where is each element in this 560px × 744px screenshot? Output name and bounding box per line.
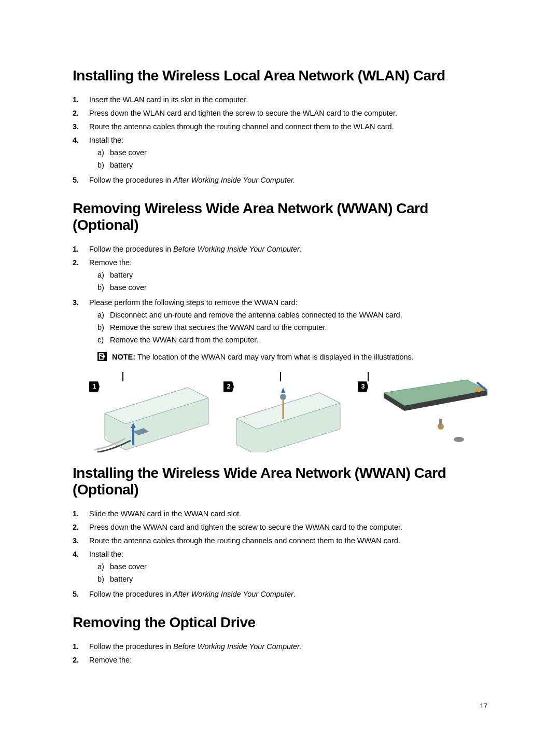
- substep-mark: a): [97, 147, 110, 158]
- step-number: 1.: [73, 508, 89, 519]
- substep-mark: b): [97, 574, 110, 585]
- step-prefix: Follow the procedures in: [89, 176, 173, 184]
- list-item: 2. Remove the:: [73, 655, 487, 666]
- step-text: Route the antenna cables through the rou…: [89, 535, 487, 546]
- svg-point-10: [280, 394, 286, 400]
- page-number: 17: [480, 702, 487, 710]
- wwan-card-illustration-3: [358, 372, 487, 452]
- steps-install-wwan: 1. Slide the WWAN card in the WWAN card …: [73, 508, 487, 600]
- step-italic: Before Working Inside Your Computer: [173, 642, 300, 651]
- figure-panel-2: 2: [223, 372, 353, 452]
- step-text: Follow the procedures in Before Working …: [89, 641, 487, 652]
- step-text: Please perform the following steps to re…: [89, 297, 487, 363]
- step-text: Install the: a)base cover b)battery: [89, 549, 487, 586]
- wwan-card-illustration-2: [223, 372, 353, 452]
- step-number: 2.: [73, 257, 89, 295]
- svg-marker-12: [281, 388, 285, 393]
- step-lead: Remove the:: [89, 258, 132, 267]
- note-label: NOTE:: [112, 353, 135, 361]
- list-item: 2. Press down the WLAN card and tighten …: [73, 108, 487, 119]
- step-number: 4.: [73, 549, 89, 586]
- list-item: a)base cover: [97, 147, 487, 158]
- substeps: a)base cover b)battery: [97, 147, 487, 171]
- substep-mark: a): [97, 561, 110, 572]
- substep-mark: b): [97, 160, 110, 171]
- list-item: 1. Slide the WWAN card in the WWAN card …: [73, 508, 487, 519]
- list-item: 4. Install the: a)base cover b)battery: [73, 135, 487, 172]
- substep-text: battery: [110, 160, 133, 171]
- steps-remove-optical: 1. Follow the procedures in Before Worki…: [73, 641, 487, 666]
- step-number: 3.: [73, 535, 89, 546]
- step-text: Install the: a)base cover b)battery: [89, 135, 487, 172]
- note-block: NOTE: The location of the WWAN card may …: [97, 352, 487, 363]
- list-item: 2. Press down the WWAN card and tighten …: [73, 522, 487, 533]
- svg-point-22: [454, 437, 464, 442]
- step-text: Remove the: a)battery b)base cover: [89, 257, 487, 295]
- note-text: NOTE: The location of the WWAN card may …: [112, 352, 414, 363]
- figure-panel-1: 1: [89, 372, 219, 452]
- substep-text: battery: [110, 270, 133, 281]
- step-number: 2.: [73, 522, 89, 533]
- step-text: Insert the WLAN card in its slot in the …: [89, 94, 487, 105]
- list-item: a)battery: [97, 270, 487, 281]
- step-number: 5.: [73, 589, 89, 600]
- list-item: 1. Follow the procedures in Before Worki…: [73, 244, 487, 255]
- list-item: 5. Follow the procedures in After Workin…: [73, 589, 487, 600]
- substep-mark: b): [97, 322, 110, 333]
- list-item: 1. Follow the procedures in Before Worki…: [73, 641, 487, 652]
- substep-mark: c): [97, 335, 110, 346]
- step-number: 3.: [73, 297, 89, 363]
- step-lead: Install the:: [89, 550, 123, 558]
- list-item: 1. Insert the WLAN card in its slot in t…: [73, 94, 487, 105]
- step-number: 1.: [73, 244, 89, 255]
- list-item: b)battery: [97, 574, 487, 585]
- list-item: a)Disconnect and un-route and remove the…: [97, 310, 487, 321]
- step-italic: Before Working Inside Your Computer: [173, 245, 300, 253]
- step-italic: After Working Inside Your Computer.: [173, 176, 295, 184]
- step-text: Follow the procedures in After Working I…: [89, 589, 487, 600]
- steps-remove-wwan: 1. Follow the procedures in Before Worki…: [73, 244, 487, 363]
- step-text: Slide the WWAN card in the WWAN card slo…: [89, 508, 487, 519]
- step-text: Press down the WWAN card and tighten the…: [89, 522, 487, 533]
- heading-install-wwan: Installing the Wireless Wide Area Networ…: [73, 465, 487, 498]
- list-item: a)base cover: [97, 561, 487, 572]
- callout-badge: 2: [223, 381, 234, 392]
- list-item: 4. Install the: a)base cover b)battery: [73, 549, 487, 586]
- substep-text: Remove the screw that secures the WWAN c…: [110, 322, 327, 333]
- list-item: 3. Please perform the following steps to…: [73, 297, 487, 363]
- figure-panel-3: 3: [358, 372, 487, 452]
- substep-text: battery: [110, 574, 133, 585]
- step-lead: Install the:: [89, 136, 123, 144]
- callout-badge: 3: [358, 381, 368, 392]
- document-page: Installing the Wireless Local Area Netwo…: [0, 0, 560, 744]
- svg-rect-21: [439, 419, 442, 425]
- step-prefix: Follow the procedures in: [89, 245, 173, 253]
- substeps: a)Disconnect and un-route and remove the…: [97, 310, 487, 346]
- steps-install-wlan: 1. Insert the WLAN card in its slot in t…: [73, 94, 487, 186]
- substep-text: base cover: [110, 147, 147, 158]
- list-item: b)Remove the screw that secures the WWAN…: [97, 322, 487, 333]
- figure-row: 1 2: [89, 372, 487, 452]
- step-text: Follow the procedures in After Working I…: [89, 175, 487, 186]
- substeps: a)battery b)base cover: [97, 270, 487, 293]
- step-number: 4.: [73, 135, 89, 172]
- step-text: Route the antenna cables through the rou…: [89, 121, 487, 132]
- substep-text: Disconnect and un-route and remove the a…: [110, 310, 402, 321]
- step-prefix: Follow the procedures in: [89, 590, 173, 598]
- step-number: 2.: [73, 108, 89, 119]
- step-suffix: .: [300, 642, 302, 651]
- step-number: 2.: [73, 655, 89, 666]
- step-number: 1.: [73, 641, 89, 652]
- substep-text: base cover: [110, 282, 147, 293]
- step-number: 3.: [73, 121, 89, 132]
- step-italic: After Working Inside Your Computer: [173, 590, 293, 598]
- step-text: Remove the:: [89, 655, 487, 666]
- substep-text: Remove the WWAN card from the computer.: [110, 335, 258, 346]
- step-prefix: Follow the procedures in: [89, 642, 173, 651]
- step-lead: Please perform the following steps to re…: [89, 298, 298, 307]
- list-item: b)base cover: [97, 282, 487, 293]
- list-item: 2. Remove the: a)battery b)base cover: [73, 257, 487, 295]
- list-item: 3. Route the antenna cables through the …: [73, 535, 487, 546]
- note-body: The location of the WWAN card may vary f…: [135, 353, 414, 361]
- step-suffix: .: [300, 245, 302, 253]
